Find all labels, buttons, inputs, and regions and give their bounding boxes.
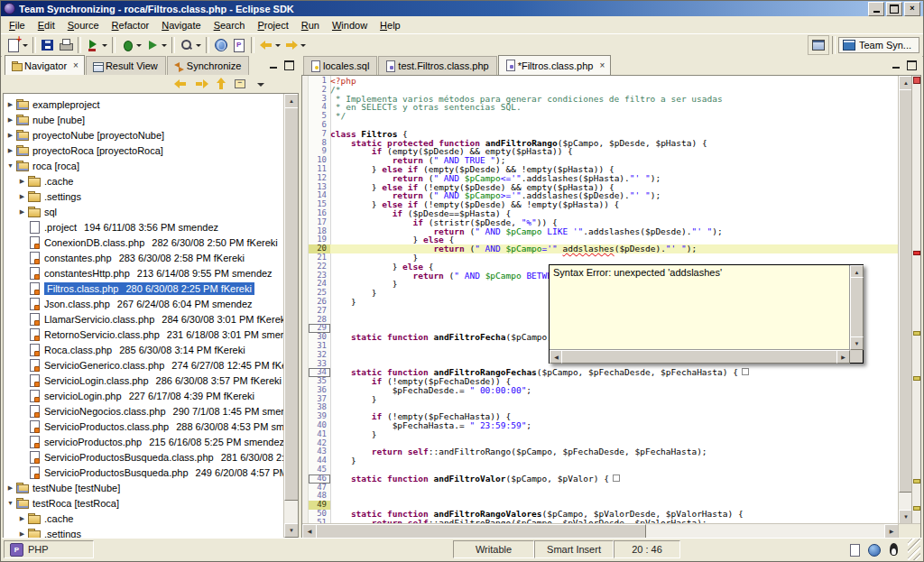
line-number[interactable]: 4 <box>309 103 330 112</box>
minimize-button[interactable] <box>868 2 884 16</box>
view-tab-navigator[interactable]: Navigator× <box>5 55 85 75</box>
menu-source[interactable]: Source <box>61 18 106 32</box>
expand-arrow-icon[interactable]: ▶ <box>5 101 15 108</box>
line-content[interactable]: $pFechaDesde.= " 00:00:00"; <box>330 386 899 395</box>
scroll-right-icon[interactable]: ▶ <box>836 350 850 364</box>
line-content[interactable] <box>330 121 899 130</box>
minimize-editor-button[interactable] <box>889 60 902 71</box>
perspective-team-sync[interactable]: Team Syn... <box>838 37 919 53</box>
tree-item-sql[interactable]: ▶sql <box>4 204 284 219</box>
tree-item-json-class-php[interactable]: Json.class.php267 6/24/08 6:04 PM smende… <box>4 296 284 311</box>
scroll-up-icon[interactable]: ▲ <box>284 94 299 108</box>
close-icon[interactable]: × <box>599 60 605 70</box>
line-number[interactable]: 7 <box>309 130 330 139</box>
navigator-up-button[interactable] <box>212 76 230 92</box>
editor-tab-filtros-class-php[interactable]: *Filtros.class.php× <box>498 55 612 75</box>
editor-tab-locales-sql[interactable]: locales.sql <box>303 56 377 75</box>
tree-item-servicioproductosbusqueda-php[interactable]: ServicioProductosBusqueda.php249 6/20/08… <box>4 465 284 480</box>
menu-refactor[interactable]: Refactor <box>106 18 156 32</box>
line-content[interactable] <box>330 484 899 493</box>
line-content[interactable]: * en SELECTs y otras sentencias SQL. <box>330 103 899 112</box>
menu-project[interactable]: Project <box>252 18 295 32</box>
maximize-editor-button[interactable] <box>905 60 919 71</box>
document-status-icon[interactable] <box>847 543 861 557</box>
toolbar-back-button[interactable] <box>257 35 282 55</box>
expand-arrow-icon[interactable]: ▶ <box>17 530 27 538</box>
line-number[interactable]: 8 <box>309 139 330 148</box>
dropdown-arrow-icon[interactable] <box>300 44 306 47</box>
minimize-view-button[interactable] <box>266 60 280 71</box>
line-number[interactable]: 2 <box>309 86 330 95</box>
scrollbar-thumb[interactable] <box>284 107 299 501</box>
tree-item-retornoservicio-class-php[interactable]: RetornoServicio.class.php231 6/18/08 3:0… <box>4 327 284 342</box>
maximize-view-button[interactable] <box>282 60 296 71</box>
tree-item-cache[interactable]: ▶.cache <box>4 511 284 526</box>
tree-item-proyectoroca-proyectoroca[interactable]: ▶proyectoRoca [proyectoRoca] <box>4 143 284 158</box>
dropdown-arrow-icon[interactable] <box>23 44 28 47</box>
editor-tab-test-filtros-class-php[interactable]: test.Filtros.class.php <box>378 56 496 75</box>
tree-item-servicionegocios-class-php[interactable]: ServicioNegocios.class.php290 7/1/08 1:4… <box>4 403 284 419</box>
line-content[interactable]: */ <box>330 112 899 121</box>
menu-edit[interactable]: Edit <box>32 18 61 32</box>
dropdown-arrow-icon[interactable] <box>196 44 201 47</box>
overview-change-marker[interactable] <box>913 376 920 381</box>
tree-item-serviciogenerico-class-php[interactable]: ServicioGenerico.class.php274 6/27/08 12… <box>4 357 284 373</box>
resize-grip[interactable] <box>908 539 920 560</box>
title-bar[interactable]: Team Synchronizing - roca/Filtros.class.… <box>1 1 923 16</box>
navigator-back-button[interactable] <box>172 76 190 92</box>
toolbar-run-button[interactable] <box>143 35 169 55</box>
close-button[interactable]: × <box>904 2 920 16</box>
scroll-right-icon[interactable]: ▶ <box>884 524 899 539</box>
editor-horizontal-scrollbar[interactable]: ◀ ▶ <box>302 523 899 538</box>
expand-arrow-icon[interactable]: ▶ <box>17 178 27 185</box>
toolbar-print-button[interactable] <box>57 35 75 55</box>
navigator-scrollbar[interactable]: ▲ ▼ <box>283 94 298 538</box>
expand-arrow-icon[interactable]: ▶ <box>5 132 15 139</box>
expand-arrow-icon[interactable]: ▶ <box>5 484 15 492</box>
menu-window[interactable]: Window <box>326 18 374 32</box>
toolbar-new-wizard-button[interactable] <box>5 35 30 55</box>
view-tab-result-view[interactable]: Result View <box>86 56 166 75</box>
tree-item-servicioproductos-php[interactable]: servicioProductos.php215 6/16/08 5:25 PM… <box>4 434 284 449</box>
scroll-left-icon[interactable]: ◀ <box>302 524 317 539</box>
collapse-arrow-icon[interactable]: ▼ <box>5 162 15 169</box>
tree-item-servicioproductosbusqueda-class-php[interactable]: ServicioProductosBusqueda.class.php281 6… <box>4 449 284 465</box>
tree-item-llamarservicio-class-php[interactable]: LlamarServicio.class.php284 6/30/08 3:01… <box>4 311 284 327</box>
line-content[interactable]: <?php <box>330 77 899 86</box>
tree-item-serviciologin-class-php[interactable]: ServicioLogin.class.php286 6/30/08 3:57 … <box>4 373 284 388</box>
tree-item-serviciologin-php[interactable]: servicioLogin.php227 6/17/08 4:39 PM fKe… <box>4 388 284 403</box>
line-number[interactable]: 1 <box>309 77 330 86</box>
navigator-forward-button[interactable] <box>192 76 210 92</box>
toolbar-save-button[interactable] <box>39 35 57 55</box>
tooltip-vertical-scrollbar[interactable]: ▲ ▼ <box>849 265 863 350</box>
tree-item-roca-class-php[interactable]: Roca.class.php285 6/30/08 3:14 PM fKerek… <box>4 342 284 357</box>
tree-item-settings[interactable]: ▶.settings <box>4 189 284 204</box>
toolbar-debug-button[interactable] <box>118 35 143 55</box>
scrollbar-thumb[interactable] <box>850 277 864 338</box>
maximize-button[interactable] <box>886 2 902 16</box>
line-content[interactable]: } <box>330 430 899 439</box>
tree-item-cache[interactable]: ▶.cache <box>4 173 284 189</box>
tree-item-constantes-php[interactable]: constantes.php283 6/30/08 2:58 PM fKerek… <box>4 250 284 265</box>
overview-change-marker[interactable] <box>913 506 920 511</box>
network-status-icon[interactable] <box>867 543 881 557</box>
tree-item-conexiondb-class-php[interactable]: ConexionDB.class.php282 6/30/08 2:50 PM … <box>4 235 284 250</box>
line-content[interactable]: } <box>330 456 899 465</box>
tree-item-settings[interactable]: ▶.settings <box>4 526 284 538</box>
menu-run[interactable]: Run <box>295 18 326 32</box>
toolbar-search-button[interactable] <box>178 35 203 55</box>
scrollbar-thumb[interactable] <box>316 524 646 539</box>
toolbar-forward-button[interactable] <box>282 35 308 55</box>
line-number[interactable]: 3 <box>309 95 330 104</box>
menu-help[interactable]: Help <box>374 18 407 32</box>
tooltip-horizontal-scrollbar[interactable]: ◀ ▶ <box>550 349 850 363</box>
editor-vertical-scrollbar[interactable]: ▲ ▼ <box>898 76 912 524</box>
scroll-down-icon[interactable]: ▼ <box>850 336 864 350</box>
tree-item-proyectonube-proyectonube[interactable]: ▶proyectoNube [proyectoNube] <box>4 127 284 143</box>
line-content[interactable]: } <box>330 395 899 404</box>
overview-change-marker[interactable] <box>913 479 920 484</box>
expand-arrow-icon[interactable]: ▶ <box>17 515 27 522</box>
tree-item-exampleproject[interactable]: ▶exampleproject <box>4 97 284 112</box>
view-tab-synchronize[interactable]: Synchronize <box>167 56 250 75</box>
navigator-collapse-all-button[interactable] <box>232 76 250 92</box>
